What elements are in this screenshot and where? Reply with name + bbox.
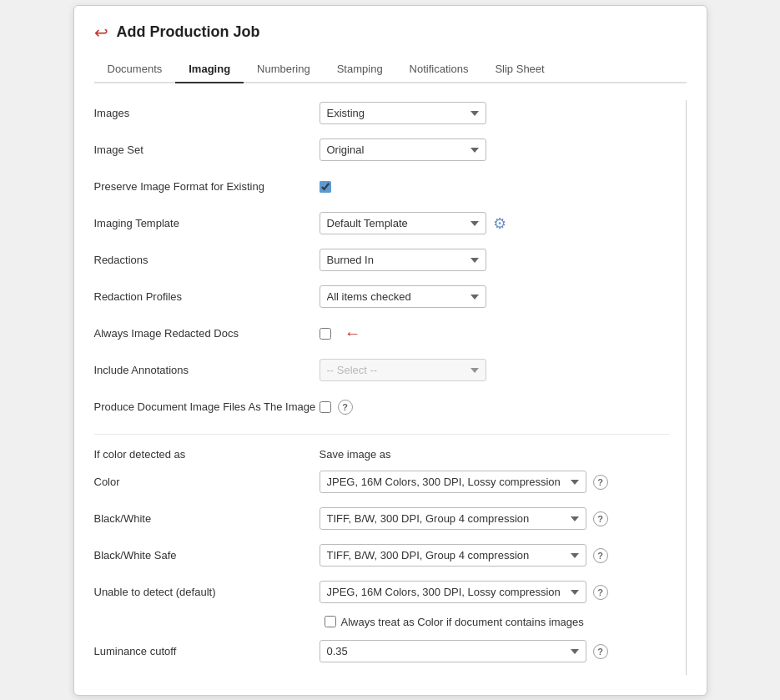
save-image-label: Save image as xyxy=(320,448,391,461)
always-image-checkbox-wrap xyxy=(320,328,331,340)
images-row: Images Existing xyxy=(94,100,669,127)
produce-checkbox[interactable] xyxy=(320,401,331,413)
arrow-indicator: ← xyxy=(345,324,361,343)
luminance-help-icon[interactable]: ? xyxy=(593,644,608,659)
content-area: Images Existing Image Set Original P xyxy=(94,100,687,675)
bw-safe-control: TIFF, B/W, 300 DPI, Group 4 compression … xyxy=(320,544,669,567)
produce-label: Produce Document Image Files As The Imag… xyxy=(94,400,320,413)
produce-row: Produce Document Image Files As The Imag… xyxy=(94,394,669,421)
main-window: ↩ Add Production Job Documents Imaging N… xyxy=(73,5,707,696)
tab-numbering[interactable]: Numbering xyxy=(244,56,324,83)
images-control: Existing xyxy=(320,102,669,124)
bw-safe-help-icon[interactable]: ? xyxy=(593,548,608,563)
bw-row: Black/White TIFF, B/W, 300 DPI, Group 4 … xyxy=(94,506,669,532)
always-image-control: ← xyxy=(320,324,669,343)
unable-select[interactable]: JPEG, 16M Colors, 300 DPI, Lossy compres… xyxy=(320,581,586,603)
image-set-control: Original xyxy=(320,138,669,161)
include-annotations-control: -- Select -- xyxy=(320,359,669,381)
main-form: Images Existing Image Set Original P xyxy=(94,100,686,675)
tab-documents[interactable]: Documents xyxy=(94,56,176,83)
always-treat-label: Always treat as Color if document contai… xyxy=(341,616,584,628)
color-row: Color JPEG, 16M Colors, 300 DPI, Lossy c… xyxy=(94,469,669,496)
always-image-checkbox[interactable] xyxy=(320,328,331,340)
produce-help-icon[interactable]: ? xyxy=(338,400,353,415)
include-annotations-select[interactable]: -- Select -- xyxy=(320,359,486,381)
redaction-profiles-row: Redaction Profiles All items checked xyxy=(94,284,669,310)
tab-notifications[interactable]: Notifications xyxy=(396,56,482,83)
imaging-template-control: Default Template ⚙ xyxy=(320,212,669,234)
preserve-row: Preserve Image Format for Existing xyxy=(94,174,669,200)
include-annotations-row: Include Annotations -- Select -- xyxy=(94,357,669,384)
tab-slip-sheet[interactable]: Slip Sheet xyxy=(481,56,557,83)
preserve-checkbox[interactable] xyxy=(320,181,331,193)
include-annotations-label: Include Annotations xyxy=(94,364,320,376)
title-icon: ↩ xyxy=(94,23,108,43)
section-divider xyxy=(94,434,669,435)
tab-stamping[interactable]: Stamping xyxy=(324,56,396,83)
color-label: Color xyxy=(94,476,320,488)
tab-imaging[interactable]: Imaging xyxy=(175,56,244,83)
redaction-profiles-select[interactable]: All items checked xyxy=(320,285,486,308)
bw-safe-row: Black/White Safe TIFF, B/W, 300 DPI, Gro… xyxy=(94,542,669,569)
always-image-label: Always Image Redacted Docs xyxy=(94,327,320,340)
color-section-header: If color detected as Save image as xyxy=(94,448,669,461)
image-set-select[interactable]: Original xyxy=(320,138,486,161)
always-treat-checkbox[interactable] xyxy=(325,616,336,627)
color-help-icon[interactable]: ? xyxy=(593,475,608,490)
luminance-control: 0.35 ? xyxy=(320,640,669,662)
unable-control: JPEG, 16M Colors, 300 DPI, Lossy compres… xyxy=(320,581,669,603)
bw-label: Black/White xyxy=(94,512,320,525)
image-set-row: Image Set Original xyxy=(94,137,669,164)
if-color-label: If color detected as xyxy=(94,448,320,461)
title-bar: ↩ Add Production Job xyxy=(94,23,687,43)
redactions-select[interactable]: Burned In xyxy=(320,249,486,271)
unable-row: Unable to detect (default) JPEG, 16M Col… xyxy=(94,579,669,606)
tab-bar: Documents Imaging Numbering Stamping Not… xyxy=(94,56,687,83)
redaction-profiles-control: All items checked xyxy=(320,285,669,308)
redactions-control: Burned In xyxy=(320,249,669,271)
image-set-label: Image Set xyxy=(94,144,320,156)
bw-control: TIFF, B/W, 300 DPI, Group 4 compression … xyxy=(320,507,669,530)
produce-checkbox-wrap xyxy=(320,401,331,413)
luminance-select[interactable]: 0.35 xyxy=(320,640,586,662)
imaging-template-row: Imaging Template Default Template ⚙ xyxy=(94,210,669,237)
unable-label: Unable to detect (default) xyxy=(94,586,320,598)
color-select[interactable]: JPEG, 16M Colors, 300 DPI, Lossy compres… xyxy=(320,471,586,493)
imaging-template-select[interactable]: Default Template xyxy=(320,212,486,234)
luminance-row: Luminance cutoff 0.35 ? xyxy=(94,638,669,665)
luminance-label: Luminance cutoff xyxy=(94,645,320,657)
vertical-divider xyxy=(686,100,687,675)
imaging-template-label: Imaging Template xyxy=(94,217,320,229)
always-treat-row: Always treat as Color if document contai… xyxy=(94,616,669,628)
images-label: Images xyxy=(94,107,320,119)
bw-safe-select[interactable]: TIFF, B/W, 300 DPI, Group 4 compression xyxy=(320,544,586,567)
preserve-control xyxy=(320,181,669,193)
preserve-checkbox-wrap xyxy=(320,181,331,193)
color-control: JPEG, 16M Colors, 300 DPI, Lossy compres… xyxy=(320,471,669,493)
always-image-row: Always Image Redacted Docs ← xyxy=(94,320,669,347)
images-select[interactable]: Existing xyxy=(320,102,486,124)
redactions-row: Redactions Burned In xyxy=(94,247,669,274)
redactions-label: Redactions xyxy=(94,254,320,266)
page-title: Add Production Job xyxy=(117,23,260,41)
unable-help-icon[interactable]: ? xyxy=(593,585,608,600)
bw-safe-label: Black/White Safe xyxy=(94,549,320,562)
bw-select[interactable]: TIFF, B/W, 300 DPI, Group 4 compression xyxy=(320,507,586,530)
red-arrow-icon: ← xyxy=(345,324,361,343)
redaction-profiles-label: Redaction Profiles xyxy=(94,290,320,303)
gear-icon[interactable]: ⚙ xyxy=(493,214,506,233)
produce-control: ? xyxy=(320,400,669,415)
preserve-label: Preserve Image Format for Existing xyxy=(94,180,320,193)
bw-help-icon[interactable]: ? xyxy=(593,511,608,526)
